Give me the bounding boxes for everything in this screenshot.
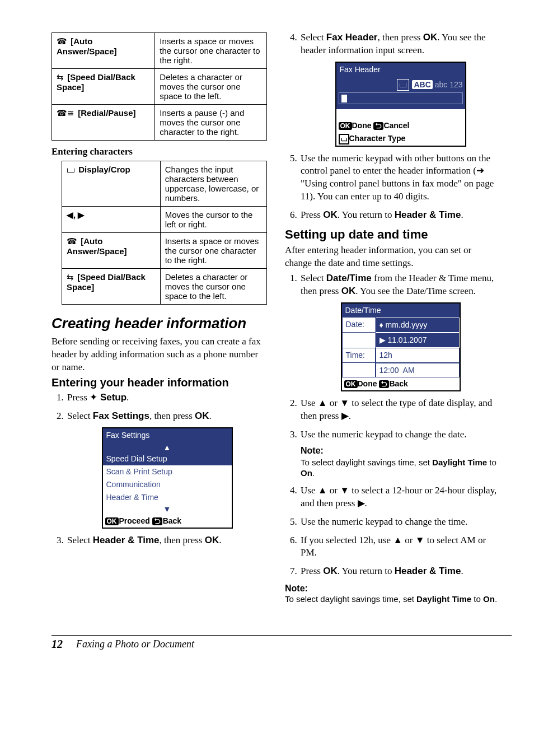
note-heading: Note: — [285, 584, 500, 594]
fax-settings-screenshot: Fax Settings ▲ Speed Dial Setup Scan & P… — [102, 427, 233, 529]
back-icon: ⮌ — [373, 122, 383, 130]
back-icon: ⮌ — [379, 380, 389, 388]
phone-buttons-table: ☎ [Auto Answer/Space]Inserts a space or … — [51, 32, 267, 141]
chars-table: ⌴ Display/CropChanges the input characte… — [62, 161, 267, 305]
setting-date-intro: After entering header information, you c… — [285, 244, 500, 270]
crop-icon: ⌴ — [339, 134, 349, 144]
setting-date-h3: Setting up date and time — [285, 227, 500, 242]
entering-header-steps: Press ✦ Setup. Select Fax Settings, then… — [51, 391, 267, 547]
footer-title: Faxing a Photo or Document — [76, 638, 194, 650]
entering-chars-heading: Entering characters — [51, 146, 267, 157]
creating-header-h2: Creating header information — [51, 315, 267, 332]
date-time-screenshot: Date/Time Date:♦ mm.dd.yyyy ▶ 11.01.2007… — [341, 302, 461, 391]
page-number: 12 — [51, 638, 63, 651]
back-icon: ⮌ — [152, 517, 162, 525]
entering-header-h3: Entering your header information — [51, 376, 267, 389]
creating-header-intro: Before sending or receiving faxes, you c… — [51, 335, 267, 374]
fax-header-screenshot: Fax Header ⌴ ABC abc 123 OKDone ⮌Cancel … — [335, 62, 466, 147]
crop-icon: ⌴ — [397, 79, 409, 91]
right-steps-1: Select Fax Header, then press OK. You se… — [285, 31, 500, 222]
note-body: To select daylight savings time, set Day… — [285, 594, 500, 605]
date-steps: Select Date/Time from the Header & Time … — [285, 272, 500, 578]
page-footer: 12 Faxing a Photo or Document — [51, 635, 512, 651]
